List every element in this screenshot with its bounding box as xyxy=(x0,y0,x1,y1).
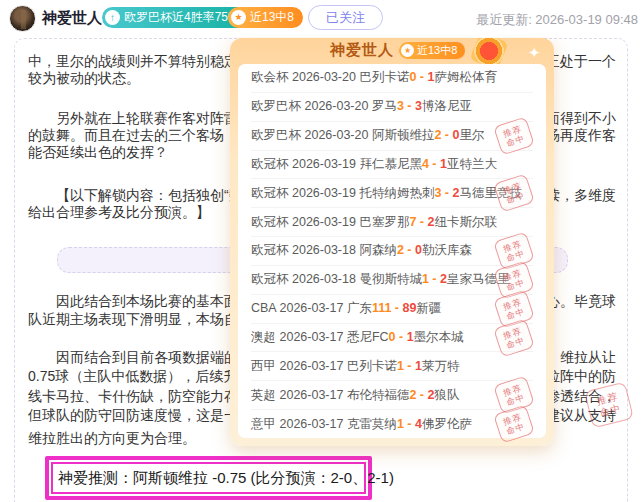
match-text: 英超 2026-03-17 布伦特福德2 - 2狼队 xyxy=(251,387,459,404)
match-text: CBA 2026-03-17 广东111 - 89新疆 xyxy=(251,300,441,317)
match-text: 西甲 2026-03-17 巴列卡诺1 - 1莱万特 xyxy=(251,358,459,375)
match-row: 欧罗巴杯 2026-03-20 罗马3 - 3博洛尼亚 xyxy=(251,93,533,122)
winrate-badge: ↑ 欧罗巴杯近4胜率75% xyxy=(102,7,248,28)
match-row: CBA 2026-03-17 广东111 - 89新疆推荐命中 xyxy=(251,295,533,324)
trend-up-icon: ↑ xyxy=(105,10,120,25)
popup-title: 神爱世人 xyxy=(330,41,394,60)
sparkle-icon: ✦ xyxy=(528,44,541,62)
match-row: 欧会杯 2026-03-20 巴列卡诺0 - 1萨姆松体育 xyxy=(251,64,533,93)
hit-stamp: 推荐命中 xyxy=(493,116,535,155)
prediction-highlight-box: 神爱推测：阿斯顿维拉 -0.75 (比分预演：2-0、2-1) xyxy=(45,456,372,500)
match-row: 英超 2026-03-17 布伦特福德2 - 2狼队推荐命中 xyxy=(251,381,533,410)
last-updated: 最近更新: 2026-03-19 09:48 xyxy=(476,11,638,29)
match-text: 欧冠杯 2026-03-19 托特纳姆热刺3 - 2马德里竞技 xyxy=(251,185,522,202)
popup-record-label: 近13中8 xyxy=(417,43,457,58)
match-text: 欧罗巴杯 2026-03-20 阿斯顿维拉2 - 0里尔 xyxy=(251,127,484,144)
match-text: 欧冠杯 2026-03-19 巴塞罗那7 - 2纽卡斯尔联 xyxy=(251,214,497,231)
hit-stamp: 推荐命中 xyxy=(493,405,535,444)
match-row: 意甲 2026-03-17 克雷莫纳1 - 4佛罗伦萨推荐命中 xyxy=(251,410,533,438)
popup-record-badge: ★ 近13中8 xyxy=(398,41,466,60)
match-text: 欧会杯 2026-03-20 巴列卡诺0 - 1萨姆松体育 xyxy=(251,69,497,86)
prediction-text: 神爱推测：阿斯顿维拉 -0.75 (比分预演：2-0、2-1) xyxy=(58,469,458,488)
match-row: 欧冠杯 2026-03-18 阿森纳2 - 0勒沃库森推荐命中 xyxy=(251,237,533,266)
match-text: 欧冠杯 2026-03-19 拜仁慕尼黑4 - 1亚特兰大 xyxy=(251,156,497,173)
recent-record-badge: ★ 近13中8 xyxy=(228,7,303,28)
match-row: 欧冠杯 2026-03-18 曼彻斯特城1 - 2皇家马德里推荐命中 xyxy=(251,266,533,295)
results-popup: 神爱世人 ★ 近13中8 ✦ 欧会杯 2026-03-20 巴列卡诺0 - 1萨… xyxy=(230,38,554,446)
match-text: 意甲 2026-03-17 克雷莫纳1 - 4佛罗伦萨 xyxy=(251,416,472,433)
match-text: 欧冠杯 2026-03-18 阿森纳2 - 0勒沃库森 xyxy=(251,242,472,259)
star-icon: ★ xyxy=(401,44,414,57)
match-text: 欧冠杯 2026-03-18 曼彻斯特城1 - 2皇家马德里 xyxy=(251,271,509,288)
winrate-badge-label: 欧罗巴杯近4胜率75% xyxy=(124,9,239,26)
match-row: 欧罗巴杯 2026-03-20 阿斯顿维拉2 - 0里尔推荐命中 xyxy=(251,122,533,151)
match-text: 欧罗巴杯 2026-03-20 罗马3 - 3博洛尼亚 xyxy=(251,98,472,115)
avatar[interactable] xyxy=(9,5,36,32)
username: 神爱世人 xyxy=(42,9,102,28)
match-text: 澳超 2026-03-17 悉尼FC0 - 1墨尔本城 xyxy=(251,329,464,346)
recent-record-label: 近13中8 xyxy=(250,9,294,26)
hit-stamp: 推荐命中 xyxy=(493,174,535,213)
page-header: 神爱世人 ↑ 欧罗巴杯近4胜率75% ★ 近13中8 已关注 最近更新: 202… xyxy=(0,0,644,37)
hit-stamp: 推荐命中 xyxy=(493,318,535,357)
popup-header: 神爱世人 ★ 近13中8 ✦ xyxy=(230,38,554,64)
match-row: 欧冠杯 2026-03-19 拜仁慕尼黑4 - 1亚特兰大 xyxy=(251,151,533,180)
star-icon: ★ xyxy=(231,10,246,25)
follow-button[interactable]: 已关注 xyxy=(308,5,383,30)
match-row: 欧冠杯 2026-03-19 托特纳姆热刺3 - 2马德里竞技推荐命中 xyxy=(251,179,533,208)
match-row: 澳超 2026-03-17 悉尼FC0 - 1墨尔本城推荐命中 xyxy=(251,324,533,353)
popup-match-list: 欧会杯 2026-03-20 巴列卡诺0 - 1萨姆松体育欧罗巴杯 2026-0… xyxy=(238,64,546,438)
match-row: 欧冠杯 2026-03-19 巴塞罗那7 - 2纽卡斯尔联 xyxy=(251,208,533,237)
match-row: 西甲 2026-03-17 巴列卡诺1 - 1莱万特 xyxy=(251,352,533,381)
